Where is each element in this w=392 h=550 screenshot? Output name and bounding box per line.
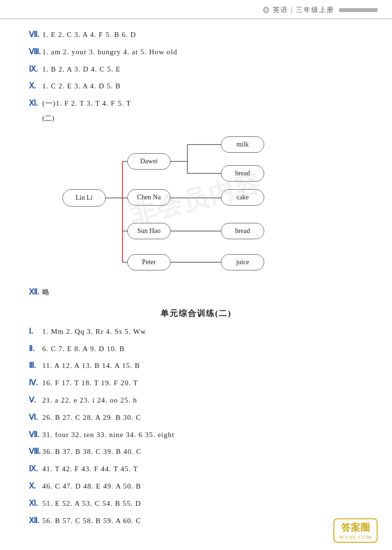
section-num-11: Ⅺ. [29, 97, 42, 110]
node-milk: milk [221, 136, 264, 153]
section-7: Ⅶ. 1. E 2. C 3. A 4. F 5. B 6. D [29, 28, 363, 42]
header-bar [339, 8, 378, 12]
node-juice: juice [221, 254, 264, 270]
section-num-7: Ⅶ. [29, 28, 42, 42]
gear-icon: ⚙ [262, 5, 270, 15]
node-chenna: Chen Na [127, 189, 171, 206]
section2-10: Ⅺ.51. E 52. A 53. C 54. B 55. D [29, 497, 363, 511]
section2-num-5: Ⅵ. [29, 411, 42, 425]
section2-0: Ⅰ.1. Mm 2. Qq 3. Rr 4. Ss 5. Ww [29, 325, 363, 339]
logo-cn: 答案圈 [339, 521, 372, 534]
section2-num-11: Ⅻ. [29, 514, 42, 528]
header-text: 英语 | 三年级上册 [273, 6, 334, 14]
diagram-subtitle: (二) [42, 114, 363, 123]
section-12: Ⅻ. 略 [29, 285, 363, 299]
sections2-container: Ⅰ.1. Mm 2. Qq 3. Rr 4. Ss 5. WwⅡ.6. C 7.… [29, 325, 363, 528]
section2-num-7: Ⅷ. [29, 445, 42, 459]
section2-num-6: Ⅶ. [29, 428, 42, 442]
logo-en: MXQE.COM [339, 534, 372, 540]
section2-num-10: Ⅺ. [29, 497, 42, 511]
section2-4: Ⅴ.21. a 22. e 23. i 24. oo 25. h [29, 393, 363, 407]
section-content-10: 1. C 2. E 3. A 4. D 5. B [42, 80, 121, 93]
section2-content-2: 11. A 12. A 13. B 14. A 15. B [42, 359, 140, 372]
section-content-12: 略 [42, 286, 50, 299]
section2-content-0: 1. Mm 2. Qq 3. Rr 4. Ss 5. Ww [42, 325, 146, 338]
section-9: Ⅸ. 1. B 2. A 3. D 4. C 5. E [29, 62, 363, 76]
section2-content-10: 51. E 52. A 53. C 54. B 55. D [42, 497, 141, 510]
section2-content-9: 46. C 47. D 48. E 49. A 50. B [42, 480, 141, 493]
section2-num-2: Ⅲ. [29, 359, 42, 373]
section-num-9: Ⅸ. [29, 62, 42, 76]
logo-area: 答案圈 MXQE.COM [333, 518, 378, 543]
diagram-area: Lin Li Dawei Chen Na Sun Hao Peter milk … [58, 127, 307, 281]
section-num-12: Ⅻ. [29, 285, 42, 299]
node-peter: Peter [127, 254, 171, 270]
section2-11: Ⅻ.56. B 57. C 58. B 59. A 60. C [29, 514, 363, 528]
section2-num-8: Ⅸ. [29, 462, 42, 476]
section2-content-4: 21. a 22. e 23. i 24. oo 25. h [42, 394, 137, 407]
section2-content-6: 31. four 32. ten 33. nine 34. 6 35. eigh… [42, 428, 174, 441]
section-num-10: Ⅹ. [29, 79, 42, 93]
node-bread2: bread [221, 223, 264, 239]
section2-content-7: 36. B 37. B 38. C 39. B 40. C [42, 445, 142, 458]
node-cake: cake [221, 189, 264, 206]
section2-8: Ⅸ.41. T 42. F 43. F 44. T 45. T [29, 462, 363, 476]
section2-3: Ⅳ.16. F 17. T 18. T 19. F 20. T [29, 376, 363, 390]
page-header: ⚙ 英语 | 三年级上册 [0, 0, 392, 19]
section-content-7: 1. E 2. C 3. A 4. F 5. B 6. D [42, 28, 136, 41]
section2-1: Ⅱ.6. C 7. E 8. A 9. D 10. B [29, 342, 363, 356]
section2-num-9: Ⅹ. [29, 479, 42, 493]
section2-num-3: Ⅳ. [29, 376, 42, 390]
main-content: Ⅶ. 1. E 2. C 3. A 4. F 5. B 6. D Ⅷ. 1. a… [0, 24, 392, 540]
section2-7: Ⅷ.36. B 37. B 38. C 39. B 40. C [29, 445, 363, 459]
section2-content-1: 6. C 7. E 8. A 9. D 10. B [42, 342, 125, 355]
section2-6: Ⅶ.31. four 32. ten 33. nine 34. 6 35. ei… [29, 428, 363, 442]
section2-content-8: 41. T 42. F 43. F 44. T 45. T [42, 463, 138, 476]
section2-content-11: 56. B 57. C 58. B 59. A 60. C [42, 514, 141, 527]
section-10: Ⅹ. 1. C 2. E 3. A 4. D 5. B [29, 79, 363, 93]
section2-content-3: 16. F 17. T 18. T 19. F 20. T [42, 377, 138, 390]
section-11: Ⅺ. (一)1. F 2. T 3. T 4. F 5. T [29, 97, 363, 110]
node-bread1: bread [221, 165, 264, 182]
section2-5: Ⅵ.26. B 27. C 28. A 29. B 30. C [29, 411, 363, 425]
section-8: Ⅷ. 1. am 2. your 3. hungry 4. at 5. How … [29, 45, 363, 59]
section-content-11: (一)1. F 2. T 3. T 4. F 5. T [42, 97, 131, 110]
section2-num-1: Ⅱ. [29, 342, 42, 356]
section2-num-4: Ⅴ. [29, 393, 42, 407]
section-num-8: Ⅷ. [29, 45, 42, 59]
section2-9: Ⅹ.46. C 47. D 48. E 49. A 50. B [29, 479, 363, 493]
unit-title: 单元综合训练(二) [29, 308, 363, 319]
node-linli: Lin Li [62, 189, 106, 207]
section-content-8: 1. am 2. your 3. hungry 4. at 5. How old [42, 46, 177, 59]
node-dawei: Dawei [127, 153, 171, 170]
section2-content-5: 26. B 27. C 28. A 29. B 30. C [42, 411, 141, 424]
section-content-9: 1. B 2. A 3. D 4. C 5. E [42, 63, 121, 76]
section2-2: Ⅲ.11. A 12. A 13. B 14. A 15. B [29, 359, 363, 373]
node-sunhao: Sun Hao [127, 223, 171, 239]
logo-box: 答案圈 MXQE.COM [333, 518, 378, 543]
section2-num-0: Ⅰ. [29, 325, 42, 339]
